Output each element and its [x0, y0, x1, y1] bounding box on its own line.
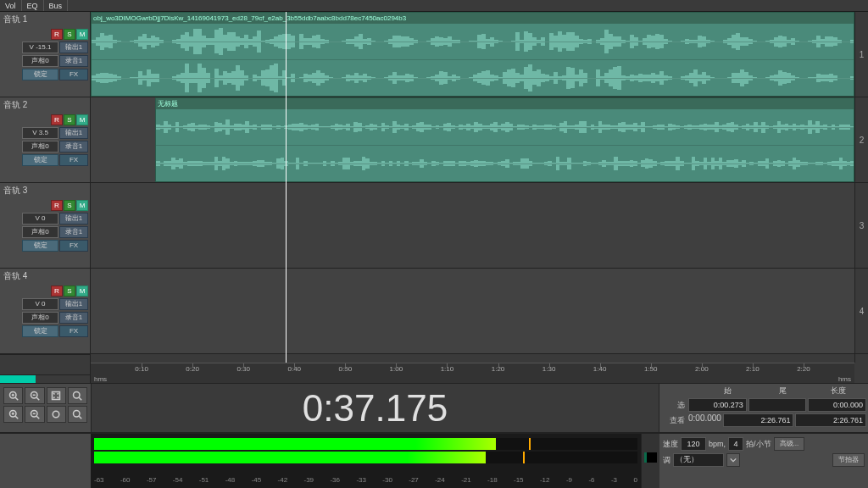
- meter-peak-icon: [523, 452, 525, 463]
- track-panel-2[interactable]: 音轨 2 R S M V 3.5 输出1 声相0 录音1 锁定 FX: [0, 97, 90, 183]
- meter-db-label: -15: [514, 476, 524, 486]
- tab-bus[interactable]: Bus: [44, 0, 69, 11]
- meter-scale: -63-60-57-54-51-48-45-42-39-36-33-30-27-…: [94, 476, 637, 486]
- output-button[interactable]: 输出1: [59, 298, 88, 310]
- timeline-area[interactable]: obj_wo3DIMOGwrbDjj7DisKw_14169041973_ed2…: [91, 12, 868, 383]
- track-title: 音轨 4: [2, 270, 88, 282]
- zoom-in-h-icon[interactable]: [3, 387, 23, 404]
- key-select[interactable]: （无）: [673, 453, 724, 467]
- track-lane-3[interactable]: [91, 183, 854, 269]
- svg-point-3: [74, 392, 81, 399]
- volume-display[interactable]: V -15.1: [22, 42, 58, 53]
- fx-button[interactable]: FX: [59, 240, 88, 252]
- volume-display[interactable]: V 0: [22, 213, 58, 225]
- meter-db-label: -63: [94, 476, 104, 486]
- mute-button[interactable]: M: [76, 286, 88, 297]
- meter-db-label: -42: [278, 476, 288, 486]
- meter-db-label: -51: [199, 476, 209, 486]
- track-panel-3[interactable]: 音轨 3 R S M V 0 输出1 声相0 录音1 锁定 FX: [0, 183, 90, 269]
- meter-fill: [94, 438, 496, 450]
- track-lane-1[interactable]: obj_wo3DIMOGwrbDjj7DisKw_14169041973_ed2…: [91, 12, 854, 97]
- meter-indicator: [641, 434, 659, 488]
- track-lane-4[interactable]: [91, 269, 854, 354]
- audio-clip-2[interactable]: 无标题: [155, 97, 854, 182]
- meter-mini-fill: [644, 452, 647, 463]
- solo-button[interactable]: S: [64, 114, 75, 125]
- tab-vol[interactable]: Vol: [0, 0, 22, 11]
- mute-button[interactable]: M: [76, 114, 88, 125]
- meter-db-label: -24: [435, 476, 445, 486]
- meter-db-label: -12: [540, 476, 550, 486]
- meter-db-label: -27: [409, 476, 419, 486]
- zoom-fit-icon[interactable]: [47, 387, 66, 404]
- fx-button[interactable]: FX: [59, 154, 88, 166]
- zoom-out-v-icon[interactable]: [25, 406, 44, 423]
- lock-button[interactable]: 锁定: [22, 69, 58, 80]
- meter-db-label: -60: [120, 476, 131, 486]
- meter-db-label: -3: [611, 476, 617, 486]
- track-number: 2: [855, 97, 868, 183]
- read-button[interactable]: 录音1: [59, 55, 88, 67]
- audio-clip-1[interactable]: obj_wo3DIMOGwrbDjj7DisKw_14169041973_ed2…: [91, 12, 854, 97]
- zoom-all-icon[interactable]: [47, 406, 66, 423]
- beats-input[interactable]: [728, 437, 743, 451]
- fx-button[interactable]: FX: [59, 325, 88, 337]
- pan-display[interactable]: 声相0: [22, 226, 58, 238]
- view-length[interactable]: 2:26.761: [795, 413, 866, 427]
- view-end[interactable]: 2:26.761: [723, 413, 794, 427]
- tempo-input[interactable]: [681, 437, 706, 451]
- header-end: 尾: [755, 385, 810, 396]
- read-button[interactable]: 录音1: [59, 226, 88, 238]
- metronome-button[interactable]: 节拍器: [832, 453, 865, 467]
- tab-eq[interactable]: EQ: [22, 0, 44, 11]
- sel-end[interactable]: [748, 398, 807, 412]
- volume-display[interactable]: V 0: [22, 298, 58, 310]
- read-button[interactable]: 录音1: [59, 312, 88, 324]
- pan-display[interactable]: 声相0: [22, 141, 58, 152]
- time-ruler[interactable]: hms 0:100:200:300:400:501:001:101:201:30…: [91, 363, 854, 383]
- chevron-down-icon[interactable]: [726, 453, 740, 467]
- output-button[interactable]: 输出1: [59, 42, 88, 53]
- meter-db-label: -39: [304, 476, 314, 486]
- track-lane-2[interactable]: 无标题: [91, 97, 854, 183]
- mute-button[interactable]: M: [76, 29, 88, 40]
- volume-display[interactable]: V 3.5: [22, 127, 58, 139]
- solo-button[interactable]: S: [64, 29, 75, 40]
- record-arm-button[interactable]: R: [51, 286, 63, 297]
- zoom-sel-icon[interactable]: [68, 387, 87, 404]
- meter-fill: [94, 452, 486, 463]
- sel-length[interactable]: 0:00.000: [808, 398, 866, 412]
- track-number: 4: [855, 269, 868, 354]
- pan-display[interactable]: 声相0: [22, 55, 58, 67]
- sel-begin[interactable]: 0:00.273: [688, 398, 747, 412]
- output-button[interactable]: 输出1: [59, 127, 88, 139]
- output-button[interactable]: 输出1: [59, 213, 88, 225]
- record-arm-button[interactable]: R: [51, 114, 63, 125]
- zoom-out-h-icon[interactable]: [25, 387, 44, 404]
- main-area: 音轨 1 R S M V -15.1 输出1 声相0 录音1 锁定 FX 音轨 …: [0, 12, 868, 383]
- fx-button[interactable]: FX: [59, 69, 88, 80]
- record-arm-button[interactable]: R: [51, 200, 63, 211]
- solo-button[interactable]: S: [64, 200, 75, 211]
- playhead[interactable]: [286, 12, 287, 363]
- sidebar-level-bar: [0, 374, 90, 383]
- lock-button[interactable]: 锁定: [22, 325, 58, 337]
- meter-left-pad: [0, 434, 91, 488]
- spacer: [661, 385, 700, 396]
- read-button[interactable]: 录音1: [59, 141, 88, 152]
- zoom-in-v-icon[interactable]: [3, 406, 23, 423]
- track-panel-1[interactable]: 音轨 1 R S M V -15.1 输出1 声相0 录音1 锁定 FX: [0, 12, 90, 97]
- level-meter[interactable]: -63-60-57-54-51-48-45-42-39-36-33-30-27-…: [91, 434, 641, 488]
- time-display[interactable]: 0:37.175: [91, 384, 659, 432]
- solo-button[interactable]: S: [64, 286, 75, 297]
- pan-display[interactable]: 声相0: [22, 312, 58, 324]
- zoom-reset-icon[interactable]: [68, 406, 87, 423]
- lock-button[interactable]: 锁定: [22, 240, 58, 252]
- advanced-button[interactable]: 高级...: [774, 437, 805, 451]
- track-panel-4[interactable]: 音轨 4 R S M V 0 输出1 声相0 录音1 锁定 FX: [0, 269, 90, 354]
- meter-bar-right: [94, 452, 637, 463]
- mute-button[interactable]: M: [76, 200, 88, 211]
- lock-button[interactable]: 锁定: [22, 154, 58, 166]
- record-arm-button[interactable]: R: [51, 29, 63, 40]
- ruler-unit-left: hms: [92, 375, 108, 383]
